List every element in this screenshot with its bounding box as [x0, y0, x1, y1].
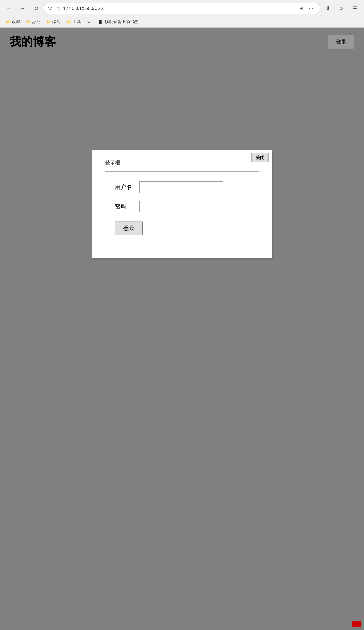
mobile-device-icon: 📱: [98, 20, 103, 24]
mobile-bookmarks-item[interactable]: 📱 移动设备上的书签: [95, 18, 141, 26]
login-frame-label: 登录框: [105, 160, 259, 166]
password-row: 密码: [115, 201, 249, 212]
menu-button[interactable]: ☰: [349, 3, 361, 14]
username-input[interactable]: [139, 181, 223, 193]
more-button[interactable]: ···: [306, 3, 316, 14]
mobile-bookmarks-label: 移动设备上的书签: [105, 19, 138, 25]
close-modal-button[interactable]: 关闭: [251, 153, 269, 162]
blog-title: 我的博客: [10, 34, 56, 50]
upload-badge: ↑: [352, 621, 361, 627]
reload-button[interactable]: ↻: [30, 3, 42, 14]
bookmark-item-tools[interactable]: 📁 工具: [64, 18, 84, 26]
bookmarks-extend-button[interactable]: »: [86, 18, 92, 25]
bookmark-item-collect[interactable]: 📁 收藏: [3, 18, 23, 26]
browser-toolbar: ← → ↻ 🛡 📄 127.0.0.1:5500/CSS ⊞ ··· ⬇ » ☰: [0, 0, 364, 17]
login-modal: 关闭 登录框 用户名 密码 登录: [92, 150, 272, 258]
bookmark-label-tools: 工具: [73, 19, 81, 25]
back-button[interactable]: ←: [3, 3, 15, 14]
login-modal-container: 关闭 登录框 用户名 密码 登录: [92, 150, 272, 258]
bookmark-label-coding: 编程: [52, 19, 61, 25]
username-row: 用户名: [115, 181, 249, 193]
password-input[interactable]: [139, 201, 223, 212]
bookmarks-bar: 📁 收藏 📁 办公 📁 编程 📁 工具 » 📱 移动设备上的书签: [0, 17, 364, 27]
page-icon: 📄: [55, 6, 60, 11]
folder-icon-coding: 📁: [46, 20, 51, 24]
username-label: 用户名: [115, 183, 134, 191]
forward-button[interactable]: →: [17, 3, 28, 14]
blog-header: 我的博客 登录: [0, 28, 364, 56]
address-bar[interactable]: 🛡 📄 127.0.0.1:5500/CSS ⊞ ···: [44, 3, 320, 14]
folder-icon-tools: 📁: [67, 20, 71, 24]
login-submit-button[interactable]: 登录: [115, 221, 143, 235]
browser-chrome: ← → ↻ 🛡 📄 127.0.0.1:5500/CSS ⊞ ··· ⬇ » ☰…: [0, 0, 364, 28]
shield-icon: 🛡: [48, 6, 52, 11]
password-label: 密码: [115, 203, 134, 210]
qr-icon[interactable]: ⊞: [299, 6, 303, 11]
extend-button[interactable]: »: [336, 3, 347, 14]
bookmark-label-collect: 收藏: [12, 19, 20, 25]
folder-icon-collect: 📁: [6, 20, 11, 24]
header-login-button[interactable]: 登录: [328, 35, 354, 49]
bookmark-label-office: 办公: [32, 19, 41, 25]
folder-icon-office: 📁: [26, 20, 31, 24]
page-wrapper: 我的博客 登录 关闭 登录框 用户名 密码 登录: [0, 28, 364, 616]
address-text: 127.0.0.1:5500/CSS: [63, 6, 297, 11]
download-button[interactable]: ⬇: [322, 3, 334, 14]
bookmark-item-office[interactable]: 📁 办公: [23, 18, 43, 26]
bookmark-item-coding[interactable]: 📁 编程: [44, 18, 63, 26]
login-form-box: 用户名 密码 登录: [105, 171, 259, 245]
